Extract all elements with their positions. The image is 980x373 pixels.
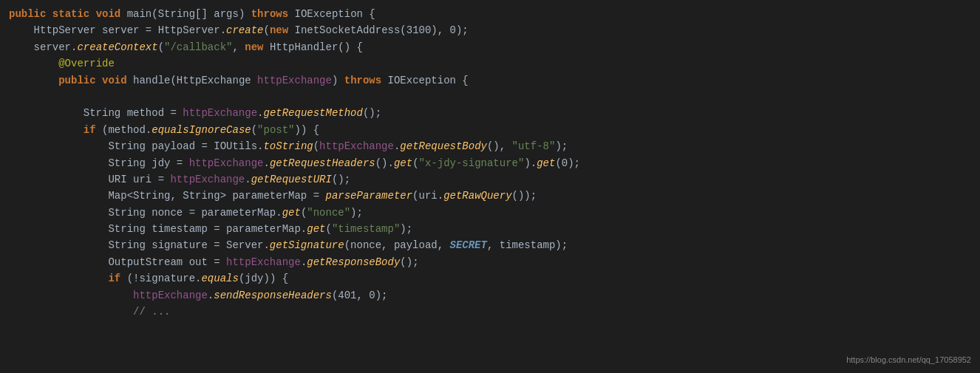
code-line-10: String jdy = httpExchange.getRequestHead… — [0, 155, 980, 171]
keyword-public: public — [9, 6, 46, 22]
code-line-19: // ... — [0, 304, 980, 320]
code-line-6 — [0, 89, 980, 105]
code-line-16: OutputStream out = httpExchange.getRespo… — [0, 254, 980, 270]
code-line-13: String nonce = parameterMap.get("nonce")… — [0, 205, 980, 221]
annotation-override: @Override — [58, 55, 115, 72]
code-line-8: if (method.equalsIgnoreCase("post")) { — [0, 122, 980, 138]
code-line-1: public static void main(String[] args) t… — [0, 6, 980, 22]
code-line-2: HttpServer server = HttpServer.create(ne… — [0, 22, 980, 38]
code-line-4: @Override — [0, 55, 980, 72]
code-line-14: String timestamp = parameterMap.get("tim… — [0, 221, 980, 237]
code-line-11: URI uri = httpExchange.getRequestURI(); — [0, 171, 980, 188]
code-line-3: server.createContext("/callback", new Ht… — [0, 39, 980, 55]
code-line-12: Map<String, String> parameterMap = parse… — [0, 188, 980, 204]
code-line-7: String method = httpExchange.getRequestM… — [0, 105, 980, 121]
code-line-17: if (!signature.equals(jdy)) { — [0, 270, 980, 287]
code-line-5: public void handle(HttpExchange httpExch… — [0, 72, 980, 89]
keyword-void: void — [96, 6, 121, 22]
code-line-18: httpExchange.sendResponseHeaders(401, 0)… — [0, 287, 980, 304]
keyword-throws-1: throws — [251, 6, 288, 22]
code-line-15: String signature = Server.getSignature(n… — [0, 237, 980, 253]
code-container: public static void main(String[] args) t… — [0, 0, 980, 373]
code-line-9: String payload = IOUtils.toString(httpEx… — [0, 138, 980, 154]
keyword-static: static — [52, 6, 89, 22]
watermark: https://blog.csdn.net/qq_17058952 — [846, 354, 971, 367]
